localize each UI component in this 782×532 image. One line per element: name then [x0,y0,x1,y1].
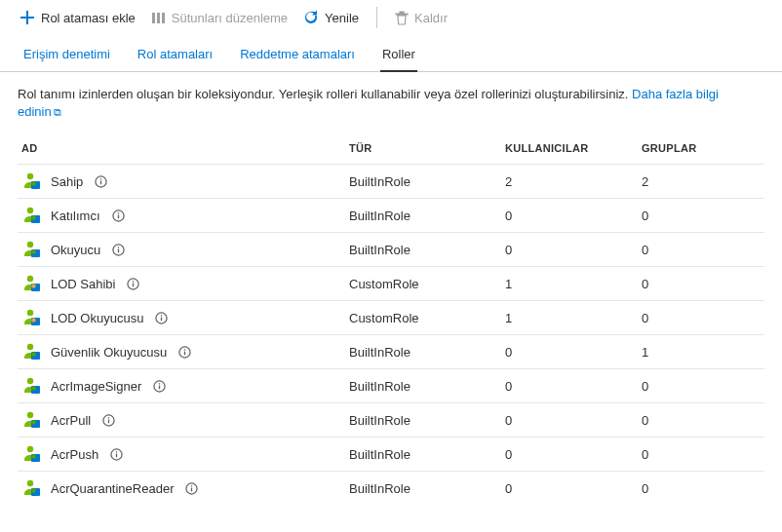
info-icon[interactable] [185,482,198,495]
table-row[interactable]: OkuyucuBuiltInRole00 [18,232,764,266]
table-row[interactable]: LOD SahibiCustomRole10 [18,266,764,300]
role-groups: 0 [642,277,764,291]
header-name[interactable]: AD [18,142,349,154]
svg-rect-14 [117,212,118,213]
svg-point-23 [31,285,35,288]
edit-columns-button[interactable]: Sütunları düzenleme [145,7,293,29]
info-icon[interactable] [127,278,139,290]
tab-rol-atamaları[interactable]: Rol atamaları [136,39,215,71]
table-row[interactable]: AcrImageSignerBuiltInRole00 [18,368,764,402]
table-row[interactable]: Güvenlik OkuyucusuBuiltInRole01 [18,334,764,368]
svg-point-57 [27,480,33,486]
role-name: AcrQuarantineReader [51,481,174,496]
plus-icon [20,10,35,25]
role-icon [21,171,41,191]
role-icon [21,444,41,464]
refresh-label: Yenile [325,11,359,25]
toolbar: Rol ataması ekle Sütunları düzenleme Yen… [0,0,782,39]
tab-reddetme-atamaları[interactable]: Reddetme atamaları [238,39,357,71]
role-name: Güvenlik Okuyucusu [51,345,167,360]
role-name: Okuyucu [51,243,100,257]
table-row[interactable]: SahipBuiltInRole22 [18,164,764,198]
svg-point-29 [31,319,35,323]
table-row[interactable]: AcrPullBuiltInRole00 [18,402,764,437]
role-type: CustomRole [349,277,505,291]
role-type: BuiltInRole [349,174,505,189]
table-row[interactable]: LOD OkuyucusuCustomRole10 [18,300,764,334]
info-icon[interactable] [110,448,123,461]
svg-point-41 [31,387,35,391]
role-name: AcrPull [51,413,91,428]
svg-rect-1 [157,13,160,23]
role-groups: 0 [642,481,764,496]
add-role-assignment-button[interactable]: Rol ataması ekle [14,6,141,29]
info-icon[interactable] [153,380,166,393]
svg-rect-7 [100,180,101,184]
role-users: 0 [505,345,642,360]
tab-roller[interactable]: Roller [380,39,417,71]
svg-point-53 [31,455,35,459]
info-icon[interactable] [112,244,125,256]
role-groups: 0 [642,209,764,223]
svg-rect-55 [116,453,117,457]
role-type: BuiltInRole [349,481,505,496]
role-groups: 0 [642,413,764,428]
svg-rect-49 [108,419,109,423]
external-link-icon: ⧉ [54,106,61,118]
svg-rect-38 [184,349,185,350]
edit-columns-label: Sütunları düzenleme [172,11,288,25]
description: Rol tanımı izinlerden oluşan bir koleksi… [0,72,782,129]
role-name: AcrImageSigner [51,379,141,394]
svg-rect-61 [191,487,192,491]
role-type: BuiltInRole [349,447,505,462]
header-groups[interactable]: GRUPLAR [642,142,764,154]
svg-rect-8 [100,178,101,179]
info-icon[interactable] [155,312,168,324]
svg-rect-26 [133,281,134,282]
header-type[interactable]: TÜR [349,142,505,154]
svg-rect-32 [161,315,162,316]
role-icon [21,376,41,396]
role-users: 0 [505,379,642,394]
refresh-button[interactable]: Yenile [297,6,365,29]
tabs: Erişim denetimiRol atamalarıReddetme ata… [0,39,782,72]
header-users[interactable]: KULLANICILAR [505,142,642,154]
info-icon[interactable] [102,414,115,427]
description-text: Rol tanımı izinlerden oluşan bir koleksi… [18,87,632,101]
info-icon[interactable] [95,175,107,188]
role-users: 0 [505,243,642,257]
remove-button[interactable]: Kaldır [389,7,453,29]
svg-rect-62 [191,485,192,486]
role-name: LOD Okuyucusu [51,311,143,325]
svg-point-39 [27,378,33,384]
info-icon[interactable] [112,209,125,222]
role-users: 2 [505,174,642,189]
role-type: BuiltInRole [349,345,505,360]
role-groups: 2 [642,174,764,189]
role-users: 0 [505,447,642,462]
role-users: 0 [505,481,642,496]
svg-point-51 [27,446,33,452]
info-icon[interactable] [178,346,191,359]
table-row[interactable]: AcrPushBuiltInRole00 [18,437,764,471]
svg-point-45 [27,412,33,418]
role-name: Sahip [51,174,83,189]
role-icon [21,410,41,430]
role-icon [21,240,41,259]
role-icon [21,308,41,327]
svg-point-5 [31,182,35,186]
table-row[interactable]: AcrQuarantineReaderBuiltInRole00 [18,471,764,505]
role-type: BuiltInRole [349,209,505,223]
svg-rect-43 [159,385,160,389]
role-icon [21,206,41,225]
table-row[interactable]: KatılımcıBuiltInRole00 [18,198,764,232]
role-groups: 0 [642,243,764,257]
svg-point-9 [27,208,33,213]
role-groups: 1 [642,345,764,360]
tab-erişim-denetimi[interactable]: Erişim denetimi [21,39,112,71]
svg-point-47 [31,421,35,425]
role-name: Katılımcı [51,209,100,223]
role-type: CustomRole [349,311,505,325]
svg-rect-44 [159,383,160,384]
role-icon [21,342,41,361]
